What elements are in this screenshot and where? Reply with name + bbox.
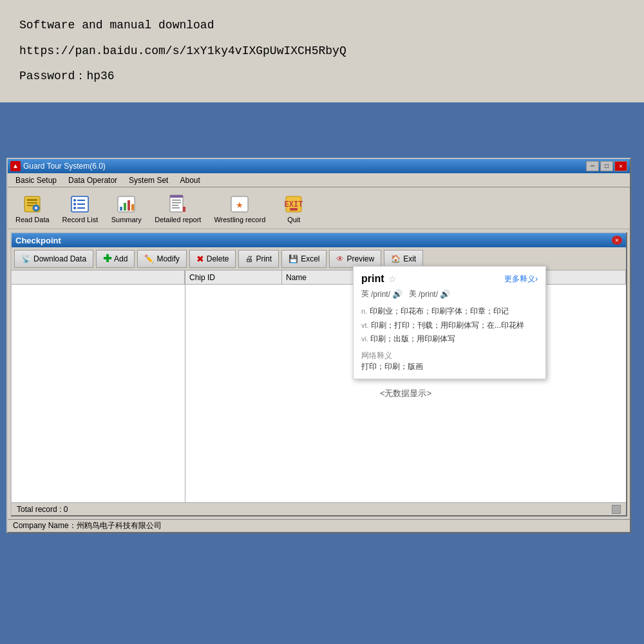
preview-label: Preview — [346, 254, 374, 263]
checkpoint-title-text: Checkpoint — [15, 236, 61, 245]
speaker-en-icon[interactable]: 🔊 — [392, 289, 402, 299]
summary-icon — [115, 193, 138, 216]
phonetic-us-ipa: /print/ — [419, 290, 438, 299]
svg-rect-21 — [172, 200, 181, 201]
main-toolbar: Read Data Record List — [8, 187, 630, 229]
detailed-report-icon — [166, 193, 189, 216]
download-data-label: Download Data — [33, 254, 86, 263]
svg-rect-24 — [172, 207, 180, 209]
quit-button[interactable]: EXIT Quit — [274, 191, 313, 225]
delete-button[interactable]: ✖ Delete — [189, 250, 236, 268]
exit-inner-label: Exit — [403, 254, 416, 263]
tooltip-definitions: n. 印刷业；印花布；印刷字体；印章；印记 vt. 印刷；打印；刊载；用印刷体写… — [361, 305, 538, 346]
tooltip-word-line: print ☆ 更多释义› — [361, 273, 538, 285]
menu-basic-setup[interactable]: Basic Setup — [10, 175, 62, 186]
def-vi-text: 印刷；出版；用印刷体写 — [370, 334, 455, 343]
pos-vt: vt. — [361, 321, 369, 329]
record-list-icon — [68, 193, 91, 216]
menu-about[interactable]: About — [175, 175, 205, 186]
svg-rect-2 — [27, 202, 37, 204]
record-list-button[interactable]: Record List — [59, 191, 102, 225]
summary-label: Summary — [111, 216, 142, 223]
tooltip-star[interactable]: ☆ — [388, 274, 397, 284]
col-chip-id: Chip ID — [185, 270, 282, 284]
menu-system-set[interactable]: System Set — [124, 175, 173, 186]
svg-rect-15 — [120, 207, 122, 211]
excel-button[interactable]: 💾 Excel — [281, 250, 327, 268]
add-label: Add — [114, 254, 128, 263]
svg-rect-13 — [77, 207, 85, 209]
left-panel-header — [12, 270, 185, 285]
def-vi: vi. 印刷；出版；用印刷体写 — [361, 332, 538, 346]
tooltip-network-def: 打印；印刷；版画 — [361, 361, 538, 372]
svg-rect-20 — [170, 195, 183, 198]
svg-rect-1 — [27, 199, 37, 201]
wrestling-record-icon: ★ — [228, 193, 251, 216]
preview-button[interactable]: 👁 Preview — [329, 250, 381, 268]
wrestling-record-button[interactable]: ★ Wrestling record — [210, 191, 269, 225]
tooltip-network-label: 网络释义 — [361, 350, 538, 361]
wrestling-record-label: Wrestling record — [214, 216, 265, 223]
pos-n: n. — [361, 307, 367, 315]
phonetic-en: 英 /print/ 🔊 — [361, 289, 402, 299]
download-data-icon: 📡 — [21, 254, 31, 263]
svg-rect-16 — [124, 203, 126, 211]
svg-rect-9 — [77, 200, 85, 201]
def-vt: vt. 印刷；打印；刊载；用印刷体写；在...印花样 — [361, 319, 538, 333]
excel-icon: 💾 — [289, 254, 298, 263]
download-data-button[interactable]: 📡 Download Data — [14, 250, 93, 268]
window-controls: ─ □ ✕ — [586, 161, 627, 171]
print-label: Print — [256, 254, 272, 263]
excel-label: Excel — [301, 254, 319, 263]
delete-icon: ✖ — [196, 254, 204, 264]
left-panel — [12, 270, 185, 502]
svg-rect-30 — [290, 208, 298, 211]
modify-button[interactable]: ✏️ Modify — [137, 250, 186, 268]
print-button[interactable]: 🖨 Print — [238, 250, 279, 268]
checkpoint-title-bar: Checkpoint ✕ — [12, 233, 626, 247]
svg-text:★: ★ — [236, 198, 243, 211]
delete-label: Delete — [207, 254, 229, 263]
exit-inner-button[interactable]: 🏠 Exit — [384, 250, 423, 268]
download-title: Software and manual download — [19, 13, 625, 39]
close-button[interactable]: ✕ — [614, 161, 627, 171]
download-url: https://pan.baidu.com/s/1xY1ky4vIXGpUwIX… — [19, 39, 625, 64]
detailed-report-button[interactable]: Detailed report — [151, 191, 205, 225]
tooltip-word: print — [361, 273, 384, 285]
exit-inner-icon: 🏠 — [391, 254, 401, 263]
svg-rect-25 — [183, 207, 185, 212]
background-text-area: Software and manual download https://pan… — [0, 0, 644, 102]
svg-point-10 — [73, 203, 76, 205]
menu-bar: Basic Setup Data Operator System Set Abo… — [8, 173, 630, 187]
scroll-indicator — [612, 505, 621, 514]
status-bar: Total record : 0 — [12, 502, 626, 515]
read-data-button[interactable]: Read Data — [12, 191, 53, 225]
def-vt-text: 印刷；打印；刊载；用印刷体写；在...印花样 — [371, 321, 524, 330]
def-noun: n. 印刷业；印花布；印刷字体；印章；印记 — [361, 305, 538, 319]
title-bar: ▲ Guard Tour System(6.0) ─ □ ✕ — [8, 159, 630, 173]
app-title: Guard Tour System(6.0) — [23, 162, 106, 171]
speaker-us-icon[interactable]: 🔊 — [440, 289, 450, 299]
detailed-report-label: Detailed report — [155, 216, 201, 223]
svg-text:EXIT: EXIT — [285, 200, 303, 209]
maximize-button[interactable]: □ — [600, 161, 613, 171]
svg-point-12 — [73, 207, 76, 209]
dictionary-tooltip: print ☆ 更多释义› 英 /print/ 🔊 美 /print/ 🔊 n.… — [353, 266, 546, 379]
add-button[interactable]: ✚ Add — [96, 250, 135, 268]
checkpoint-close-button[interactable]: ✕ — [612, 236, 622, 245]
total-record: Total record : 0 — [17, 505, 68, 514]
read-data-label: Read Data — [15, 216, 50, 223]
svg-rect-3 — [27, 205, 33, 206]
menu-data-operator[interactable]: Data Operator — [63, 175, 122, 186]
add-icon: ✚ — [103, 252, 111, 265]
tooltip-more-link[interactable]: 更多释义› — [504, 274, 538, 285]
summary-button[interactable]: Summary — [107, 191, 146, 225]
company-label: Company Name： — [13, 520, 77, 531]
modify-label: Modify — [156, 254, 179, 263]
svg-point-8 — [73, 199, 76, 202]
tooltip-phonetics: 英 /print/ 🔊 美 /print/ 🔊 — [361, 289, 538, 299]
svg-rect-23 — [172, 205, 178, 206]
preview-icon: 👁 — [336, 254, 344, 263]
minimize-button[interactable]: ─ — [586, 161, 599, 171]
company-bar: Company Name： 州鸥鸟电子科技有限公司 — [8, 519, 630, 532]
